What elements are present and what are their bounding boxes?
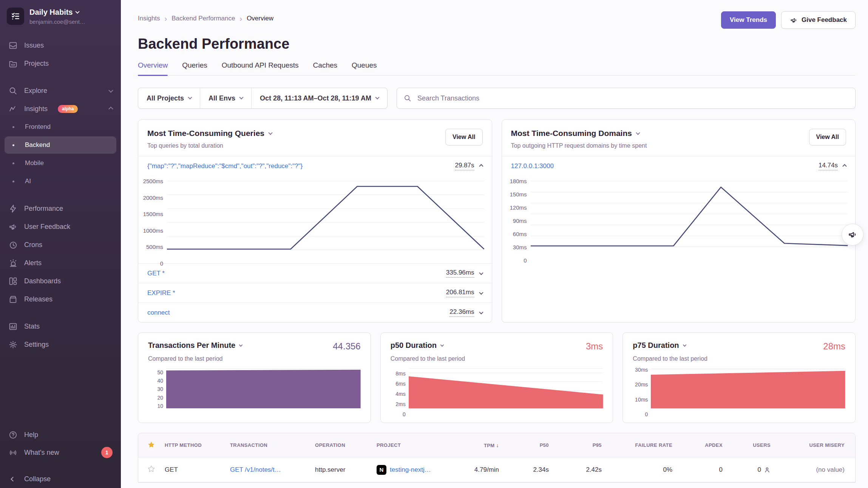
breadcrumb-backend-performance[interactable]: Backend Performance — [171, 15, 235, 22]
tab-overview[interactable]: Overview — [138, 61, 168, 75]
column-header-apdex[interactable]: APDEX — [683, 442, 733, 448]
chevron-down-icon — [188, 95, 192, 99]
sidebar-item-crons[interactable]: Crons — [5, 236, 116, 253]
domain-row-127001[interactable]: 127.0.0.1:3000 14.74s — [502, 156, 856, 176]
sidebar-item-alerts[interactable]: Alerts — [5, 254, 116, 272]
chevron-down-icon — [239, 95, 243, 99]
p75-chart: 30ms20ms10ms0 — [633, 368, 845, 414]
bullet-dot — [12, 144, 14, 146]
breadcrumb-insights[interactable]: Insights — [138, 15, 160, 22]
cell-users: 0 — [733, 466, 781, 474]
breadcrumb: Insights › Backend Performance › Overvie… — [138, 11, 273, 22]
tpm-card-title[interactable]: Transactions Per Minute — [148, 341, 242, 350]
chevron-down-icon — [76, 9, 80, 14]
transaction-link[interactable]: GET /v1/notes/t… — [230, 466, 281, 473]
star-filled-icon — [147, 441, 155, 449]
chevron-down-icon — [479, 310, 483, 314]
gear-icon — [8, 340, 18, 349]
sidebar-item-help[interactable]: Help — [5, 426, 116, 443]
column-header-http-method[interactable]: HTTP METHOD — [162, 442, 227, 448]
sidebar-item-user-feedback[interactable]: User Feedback — [5, 218, 116, 235]
chevron-down-icon — [268, 131, 272, 135]
sidebar-item-backend[interactable]: Backend — [5, 136, 116, 154]
search-icon — [403, 94, 412, 102]
sidebar-item-explore[interactable]: Explore — [5, 82, 116, 99]
queries-panel-title[interactable]: Most Time-Consuming Queries — [147, 129, 272, 138]
query-row-mapreduce[interactable]: {"map":"?","mapReduce":"$cmd","out":"?",… — [138, 156, 492, 176]
domains-view-all-button[interactable]: View All — [809, 129, 846, 145]
query-row-get[interactable]: GET * 335.96ms — [138, 263, 492, 283]
stats-icon — [8, 322, 18, 331]
date-range-filter[interactable]: Oct 28, 11:13 AM–Oct 28, 11:19 AM — [251, 88, 387, 108]
tab-outbound-api-requests[interactable]: Outbound API Requests — [222, 61, 299, 75]
column-header-transaction[interactable]: TRANSACTION — [227, 442, 312, 448]
queries-view-all-button[interactable]: View All — [445, 129, 482, 145]
page-filters: All Projects All Envs Oct 28, 11:13 AM–O… — [138, 88, 388, 109]
sidebar-item-issues[interactable]: Issues — [5, 37, 116, 54]
p50-card-title[interactable]: p50 Duration — [391, 341, 443, 350]
chevron-up-icon — [108, 107, 113, 111]
bullet-dot — [12, 126, 14, 128]
column-header-tpm[interactable]: TPM↓ — [462, 442, 510, 448]
sidebar-item-projects[interactable]: Projects — [5, 55, 116, 72]
sidebar-item-whats-new[interactable]: What's new 1 — [5, 444, 116, 461]
sidebar-item-releases[interactable]: Releases — [5, 290, 116, 308]
nav-spacer — [0, 308, 121, 317]
queries-duration-chart: 2500ms2000ms1500ms1000ms500ms0 — [138, 176, 492, 263]
sidebar-nav: Issues Projects Explore Insights alpha — [0, 36, 121, 488]
broadcast-icon — [8, 448, 18, 457]
cell-p50: 2.34s — [510, 466, 559, 474]
give-feedback-button[interactable]: Give Feedback — [781, 11, 856, 29]
queries-chart-plot — [167, 181, 484, 250]
cell-transaction: GET /v1/notes/t… — [227, 466, 312, 474]
p75-card-title[interactable]: p75 Duration — [633, 341, 686, 350]
breadcrumb-separator: › — [165, 15, 167, 22]
favorite-star-toggle[interactable] — [138, 465, 162, 475]
project-filter[interactable]: All Projects — [138, 88, 200, 108]
column-header-failure-rate[interactable]: FAILURE RATE — [612, 442, 683, 448]
breadcrumb-overview: Overview — [247, 15, 273, 22]
view-trends-button[interactable]: View Trends — [721, 11, 776, 29]
sidebar-item-dashboards[interactable]: Dashboards — [5, 272, 116, 290]
query-row-expire[interactable]: EXPIRE * 206.81ms — [138, 283, 492, 303]
tab-queues[interactable]: Queues — [352, 61, 377, 75]
bullet-dot — [12, 181, 14, 182]
column-header-operation[interactable]: OPERATION — [312, 442, 374, 448]
sidebar-item-performance[interactable]: Performance — [5, 200, 116, 217]
sidebar-item-settings[interactable]: Settings — [5, 336, 116, 353]
lightning-icon — [8, 204, 18, 213]
column-header-user-misery[interactable]: USER MISERY — [781, 442, 855, 448]
query-row-connect[interactable]: connect 22.36ms — [138, 303, 492, 322]
column-header-p50[interactable]: P50 — [510, 442, 559, 448]
org-switcher[interactable]: Daily Habits benjamin.coe@sent… — [0, 8, 121, 25]
cell-project: N testing-nextj… — [374, 465, 462, 475]
sort-descending-icon: ↓ — [496, 442, 499, 448]
floating-feedback-button[interactable] — [842, 224, 863, 246]
sidebar-item-frontend[interactable]: Frontend — [5, 118, 116, 136]
column-header-project[interactable]: PROJECT — [374, 442, 462, 448]
cell-p95: 2.42s — [559, 466, 612, 474]
search-input[interactable] — [397, 88, 856, 109]
table-row: GET GET /v1/notes/t… http.server N testi… — [138, 457, 855, 482]
sidebar-footer: Help What's new 1 Collapse — [0, 426, 121, 488]
chevron-up-icon — [479, 164, 483, 168]
alpha-badge: alpha — [58, 105, 78, 113]
most-time-consuming-queries-panel: Most Time-Consuming Queries Top queries … — [138, 119, 492, 323]
sidebar-item-ai[interactable]: AI — [5, 173, 116, 190]
sidebar-item-mobile[interactable]: Mobile — [5, 154, 116, 172]
tab-caches[interactable]: Caches — [313, 61, 337, 75]
column-header-users[interactable]: USERS — [733, 442, 781, 448]
sidebar-item-insights[interactable]: Insights alpha — [5, 100, 116, 117]
domains-panel-title[interactable]: Most Time-Consuming Domains — [511, 129, 647, 138]
domains-chart-y-axis: 180ms150ms120ms90ms60ms30ms0 — [506, 181, 531, 260]
nextjs-project-icon: N — [377, 465, 386, 475]
p75-subtitle: Compared to the last period — [633, 355, 845, 362]
project-link[interactable]: testing-nextj… — [390, 466, 431, 474]
tab-queries[interactable]: Queries — [182, 61, 207, 75]
environment-filter[interactable]: All Envs — [200, 88, 251, 108]
queries-panel-subtitle: Top queries by total duration — [147, 142, 272, 149]
column-header-p95[interactable]: P95 — [559, 442, 612, 448]
help-icon — [8, 430, 18, 440]
sidebar-collapse-button[interactable]: Collapse — [5, 470, 116, 488]
sidebar-item-stats[interactable]: Stats — [5, 318, 116, 335]
